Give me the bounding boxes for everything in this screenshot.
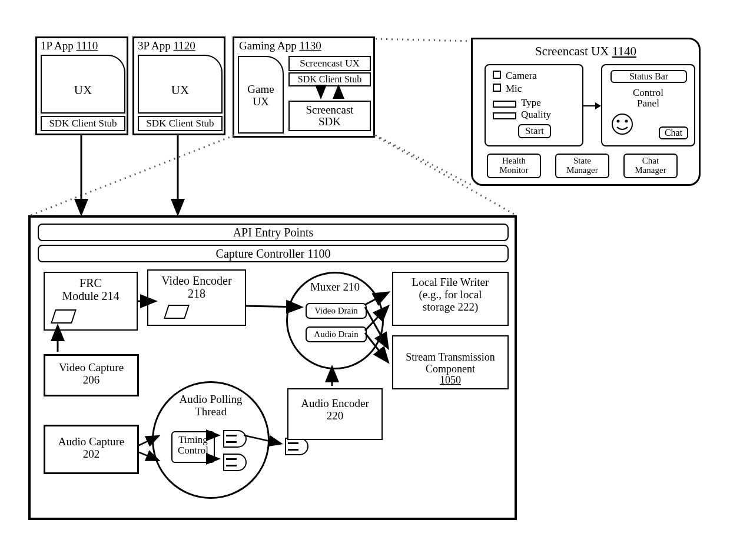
status-bar: Status Bar [610,70,687,83]
app-3p-title: 3P App 1120 [138,39,195,52]
quality-input[interactable] [493,112,516,119]
app-1p-title: 1P App 1110 [41,39,98,52]
stream-transmission: Stream Transmission Component1050 [392,335,509,389]
app-gaming: Gaming App 1130 Game UX Screencast UX SD… [233,36,375,138]
app-3p-ux-label: UX [139,83,221,98]
camera-row: Camera [493,70,537,82]
type-row: Type [493,97,541,110]
mic-checkbox[interactable] [493,84,501,92]
gaming-screencast-ux: Screencast UX [288,56,371,71]
app-gaming-ux-tab: Game UX [238,56,284,134]
parallelogram-icon [51,309,77,324]
screencast-config-box: Camera Mic Type Quality Start [485,64,583,146]
muxer: Muxer 210 Video Drain Audio Drain [286,272,384,369]
svg-point-2 [625,120,628,123]
audio-capture: Audio Capture 202 [44,425,139,474]
screencast-control-box: Status Bar Control Panel Chat [601,64,695,146]
audio-capture-label: Audio Capture 202 [45,426,137,461]
svg-marker-4 [595,102,601,109]
app-1p-stub: SDK Client Stub [41,116,125,131]
type-input[interactable] [493,101,516,108]
svg-point-1 [617,120,620,123]
smiley-icon [610,112,634,136]
control-panel-label: Control Panel [602,88,694,109]
gaming-screencast-sdk: Screencast SDK [288,101,371,131]
app-gaming-ux-label: Game UX [239,84,283,108]
state-manager: State Manager [555,154,609,178]
local-file-writer-label: Local File Writer (e.g., for local stora… [393,273,507,314]
start-button[interactable]: Start [518,124,551,138]
camera-label: Camera [506,70,537,81]
video-capture: Video Capture 206 [44,354,139,396]
capture-controller-label: Capture Controller 1100 [39,246,507,261]
video-encoder: Video Encoder 218 [147,269,246,326]
quality-row: Quality [493,109,551,122]
capture-controller-header: Capture Controller 1100 [38,245,509,262]
timing-control: Timing Control [171,431,215,463]
api-entry-points: API Entry Points [38,224,509,241]
local-file-writer: Local File Writer (e.g., for local stora… [392,272,509,326]
capture-controller-box: API Entry Points Capture Controller 1100… [28,215,517,520]
video-encoder-label: Video Encoder 218 [148,271,245,300]
video-drain: Video Drain [306,303,367,319]
svg-line-6 [376,135,471,185]
gate-icon [223,454,247,471]
parallelogram-icon [164,305,190,319]
camera-checkbox[interactable] [493,71,501,79]
gate-icon [285,438,308,455]
video-capture-label: Video Capture 206 [45,356,137,386]
quality-label: Quality [521,109,551,120]
screencast-ux-title: Screencast UX 1140 [473,44,699,59]
app-gaming-title: Gaming App 1130 [239,39,321,52]
frc-module-label: FRC Module 214 [45,273,137,302]
audio-drain: Audio Drain [306,326,367,342]
arrow-icon [583,101,601,111]
chat-manager: Chat Manager [623,154,678,178]
app-3p-ux-tab: UX [138,55,223,114]
mic-label: Mic [506,83,522,94]
muxer-label: Muxer 210 [288,274,382,294]
stream-transmission-label: Stream Transmission Component1050 [393,336,507,386]
audio-encoder-label: Audio Encoder 220 [288,389,381,422]
api-entry-points-label: API Entry Points [39,225,507,239]
health-monitor: Health Monitor [487,154,541,178]
app-1p: 1P App 1110 UX SDK Client Stub [35,36,128,135]
chat-button[interactable]: Chat [659,126,688,139]
svg-line-5 [376,39,471,41]
svg-point-0 [612,114,632,134]
audio-polling-thread: Audio Polling Thread Timing Control [152,381,270,499]
frc-module: FRC Module 214 [44,272,138,331]
audio-polling-label: Audio Polling Thread [154,383,268,418]
app-1p-ux-tab: UX [41,55,125,114]
app-1p-ux-label: UX [42,83,124,98]
screencast-ux-panel: Screencast UX 1140 Camera Mic Type Quali… [471,38,701,186]
mic-row: Mic [493,83,522,95]
gate-icon [223,430,247,448]
type-label: Type [521,97,541,108]
app-3p-stub: SDK Client Stub [138,116,223,131]
svg-line-7 [31,135,234,215]
app-3p: 3P App 1120 UX SDK Client Stub [132,36,225,135]
audio-encoder: Audio Encoder 220 [287,388,383,440]
gaming-sdk-stub: SDK Client Stub [288,72,371,86]
